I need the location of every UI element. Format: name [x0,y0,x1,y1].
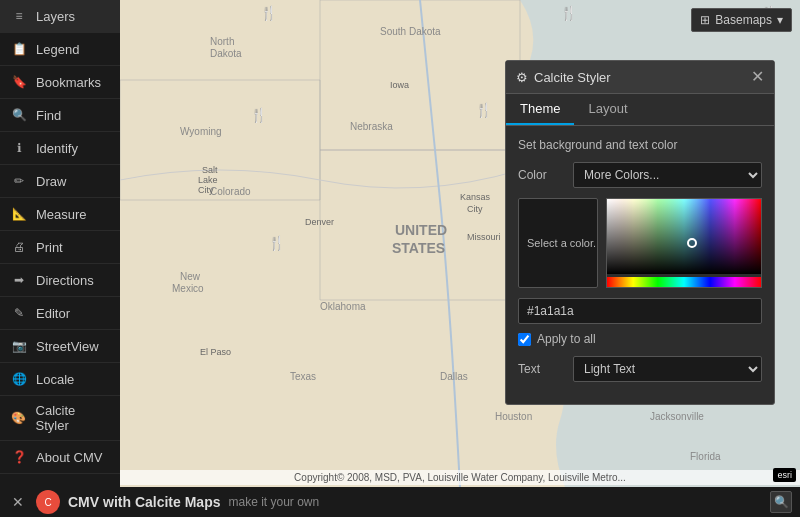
hex-color-input[interactable] [518,298,762,324]
sidebar-label-find: Find [36,108,61,123]
sidebar-item-identify[interactable]: ℹIdentify [0,132,120,165]
color-label: Color [518,168,573,182]
color-picker-area: Select a color. [518,198,762,288]
sidebar-item-directions[interactable]: ➡Directions [0,264,120,297]
app-title: CMV with Calcite Maps [68,494,220,510]
find-icon: 🔍 [10,106,28,124]
panel-tabs: ThemeLayout [506,94,774,126]
text-label: Text [518,362,573,376]
sidebar-label-editor: Editor [36,306,70,321]
panel-description: Set background and text color [518,138,762,152]
tab-theme[interactable]: Theme [506,94,574,125]
sidebar-item-legend[interactable]: 📋Legend [0,33,120,66]
sidebar-item-calcite-styler[interactable]: 🎨Calcite Styler [0,396,120,441]
apply-all-row: Apply to all [518,332,762,346]
svg-text:🍴: 🍴 [260,5,278,22]
streetview-icon: 📷 [10,337,28,355]
svg-text:Jacksonville: Jacksonville [650,411,704,422]
panel-title: Calcite Styler [534,70,611,85]
svg-text:North: North [210,36,234,47]
text-select[interactable]: Light TextDark Text [573,356,762,382]
layers-icon: ≡ [10,7,28,25]
apply-all-label: Apply to all [537,332,596,346]
svg-text:City: City [467,204,483,214]
text-row: Text Light TextDark Text [518,356,762,382]
sidebar-item-print[interactable]: 🖨Print [0,231,120,264]
svg-text:El Paso: El Paso [200,347,231,357]
basemaps-label: Basemaps [715,13,772,27]
svg-text:Nebraska: Nebraska [350,121,393,132]
app-logo: C [36,490,60,514]
svg-text:Salt: Salt [202,165,218,175]
sidebar-label-locale: Locale [36,372,74,387]
sidebar-label-about-cmv: About CMV [36,450,102,465]
sidebar-label-streetview: StreetView [36,339,99,354]
app-tagline: make it your own [228,495,319,509]
apply-all-checkbox[interactable] [518,333,531,346]
svg-text:Dakota: Dakota [210,48,242,59]
svg-text:🍴: 🍴 [560,5,578,22]
sidebar-item-locale[interactable]: 🌐Locale [0,363,120,396]
gear-icon: ⚙ [516,70,528,85]
chevron-down-icon: ▾ [777,13,783,27]
panel-header: ⚙ Calcite Styler ✕ [506,61,774,94]
sidebar-item-draw[interactable]: ✏Draw [0,165,120,198]
svg-text:Wyoming: Wyoming [180,126,222,137]
sidebar-item-about-cmv[interactable]: ❓About CMV [0,441,120,474]
editor-icon: ✎ [10,304,28,322]
basemaps-button[interactable]: ⊞ Basemaps ▾ [691,8,792,32]
search-button[interactable]: 🔍 [770,491,792,513]
grid-icon: ⊞ [700,13,710,27]
select-color-button[interactable]: Select a color. [518,198,598,288]
bookmarks-icon: 🔖 [10,73,28,91]
draw-icon: ✏ [10,172,28,190]
print-icon: 🖨 [10,238,28,256]
about-cmv-icon: ❓ [10,448,28,466]
svg-text:Missouri: Missouri [467,232,501,242]
color-row: Color More Colors... [518,162,762,188]
svg-text:Kansas: Kansas [460,192,491,202]
svg-text:🍴: 🍴 [475,102,493,119]
sidebar-label-directions: Directions [36,273,94,288]
logo-icon: C [44,497,51,508]
sidebar-item-bookmarks[interactable]: 🔖Bookmarks [0,66,120,99]
svg-text:UNITED: UNITED [395,222,447,238]
sidebar-item-streetview[interactable]: 📷StreetView [0,330,120,363]
esri-logo: esri [773,468,796,482]
svg-text:STATES: STATES [392,240,445,256]
svg-text:Dallas: Dallas [440,371,468,382]
sidebar-label-measure: Measure [36,207,87,222]
color-gradient-canvas[interactable] [607,199,761,274]
svg-text:South Dakota: South Dakota [380,26,441,37]
sidebar-label-identify: Identify [36,141,78,156]
svg-text:Houston: Houston [495,411,532,422]
color-gradient-container[interactable] [606,198,762,288]
sidebar-label-calcite-styler: Calcite Styler [36,403,110,433]
tab-layout[interactable]: Layout [574,94,641,125]
close-button[interactable]: ✕ [8,492,28,512]
color-select[interactable]: More Colors... [573,162,762,188]
panel-title-area: ⚙ Calcite Styler [516,70,611,85]
svg-text:Oklahoma: Oklahoma [320,301,366,312]
sidebar-item-measure[interactable]: 📐Measure [0,198,120,231]
svg-text:Mexico: Mexico [172,283,204,294]
svg-text:Iowa: Iowa [390,80,409,90]
sidebar-label-bookmarks: Bookmarks [36,75,101,90]
sidebar-label-draw: Draw [36,174,66,189]
svg-text:Lake: Lake [198,175,218,185]
search-icon: 🔍 [774,495,789,509]
map-copyright: Copyright© 2008, MSD, PVA, Louisville Wa… [120,470,800,485]
panel-close-button[interactable]: ✕ [751,69,764,85]
calcite-styler-panel: ⚙ Calcite Styler ✕ ThemeLayout Set backg… [505,60,775,405]
sidebar-item-find[interactable]: 🔍Find [0,99,120,132]
svg-text:Colorado: Colorado [210,186,251,197]
sidebar-label-print: Print [36,240,63,255]
legend-icon: 📋 [10,40,28,58]
identify-icon: ℹ [10,139,28,157]
brightness-bar-canvas[interactable] [607,277,761,288]
sidebar-item-layers[interactable]: ≡Layers [0,0,120,33]
bottom-bar: ✕ C CMV with Calcite Maps make it your o… [0,487,800,517]
directions-icon: ➡ [10,271,28,289]
svg-text:Denver: Denver [305,217,334,227]
sidebar-item-editor[interactable]: ✎Editor [0,297,120,330]
